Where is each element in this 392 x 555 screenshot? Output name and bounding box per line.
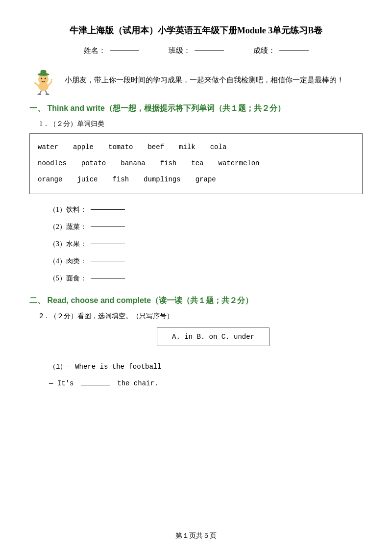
- answer-item-4: （4）肉类：: [49, 252, 363, 270]
- word-noodles: noodles: [38, 156, 67, 171]
- answer-list: （1）饮料： （2）蔬菜： （3）水果： （4）肉类： （5）面食：: [49, 201, 363, 287]
- word-apple: apple: [73, 140, 94, 155]
- answer-blank-5: [91, 278, 125, 278]
- answer-blank-4: [91, 261, 125, 261]
- word-row-1: water apple tomato beef milk cola: [38, 140, 354, 155]
- svg-text:✦: ✦: [50, 78, 53, 82]
- mascot-text: 小朋友，带上你一段时间的学习成果，一起来做个自我检测吧，相信你一定是最棒的！: [65, 74, 344, 86]
- word-grape: grape: [196, 172, 216, 187]
- svg-point-10: [38, 94, 42, 95]
- word-water: water: [38, 140, 58, 155]
- answer-blank-3: [91, 244, 125, 244]
- class-field: 班级：: [169, 46, 224, 55]
- svg-line-9: [46, 91, 47, 94]
- name-blank: [110, 50, 139, 51]
- word-banana: banana: [121, 156, 145, 171]
- word-beef: beef: [147, 140, 164, 155]
- word-fish2: fish: [112, 172, 129, 187]
- answer-item-2: （2）蔬菜：: [49, 218, 363, 235]
- mascot-section: ✦ 小朋友，带上你一段时间的学习成果，一起来做个自我检测吧，相信你一定是最棒的！: [29, 65, 363, 95]
- info-row: 姓名： 班级： 成绩：: [29, 46, 363, 55]
- answer-blank-2: [91, 227, 125, 227]
- choice-box: A. in B. on C. under: [157, 328, 270, 346]
- class-blank: [195, 50, 224, 51]
- score-blank: [279, 50, 309, 51]
- word-tomato: tomato: [108, 140, 133, 155]
- page-title: 牛津上海版（试用本）小学英语五年级下册Module 3单元练习B卷: [29, 25, 363, 36]
- word-fish1: fish: [160, 156, 177, 171]
- mascot-icon: ✦: [29, 65, 59, 95]
- svg-point-11: [46, 94, 49, 95]
- page-number: 第１页共５页: [0, 531, 392, 540]
- svg-point-5: [45, 78, 46, 79]
- word-row-2: noodles potato banana fish tea watermelo…: [38, 156, 354, 171]
- svg-line-6: [35, 83, 38, 85]
- svg-point-4: [41, 78, 42, 79]
- svg-rect-3: [41, 70, 47, 75]
- word-tea: tea: [191, 156, 203, 171]
- q2-desc: 2．（２分）看图，选词填空。（只写序号）: [39, 312, 363, 321]
- q2-q1-text: （1）— Where is the football: [49, 360, 363, 374]
- word-milk: milk: [179, 140, 196, 155]
- q2-q1-answer: — It's the chair.: [49, 377, 363, 390]
- answer-item-5: （5）面食：: [49, 270, 363, 287]
- word-potato: potato: [81, 156, 106, 171]
- word-orange: orange: [38, 172, 62, 187]
- section2-header: 二、 Read, choose and complete（读一读（共１题；共２分…: [29, 296, 363, 306]
- name-field: 姓名：: [84, 46, 139, 55]
- word-dumplings: dumplings: [144, 172, 181, 187]
- word-watermelon: watermelon: [218, 156, 259, 171]
- answer-item-3: （3）水果：: [49, 235, 363, 252]
- word-box: water apple tomato beef milk cola noodle…: [29, 133, 363, 194]
- word-juice: juice: [77, 172, 98, 187]
- word-row-3: orange juice fish dumplings grape: [38, 172, 354, 187]
- svg-line-8: [40, 91, 41, 94]
- q1-label: 1．（２分）单词归类: [39, 120, 363, 128]
- word-cola: cola: [210, 140, 227, 155]
- section1-header: 一、 Think and write（想一想，根据提示将下列单词（共１题；共２分…: [29, 103, 363, 114]
- score-field: 成绩：: [253, 46, 309, 55]
- answer-item-1: （1）饮料：: [49, 201, 363, 218]
- q2-answer-blank: [81, 385, 110, 385]
- answer-blank-1: [91, 209, 125, 210]
